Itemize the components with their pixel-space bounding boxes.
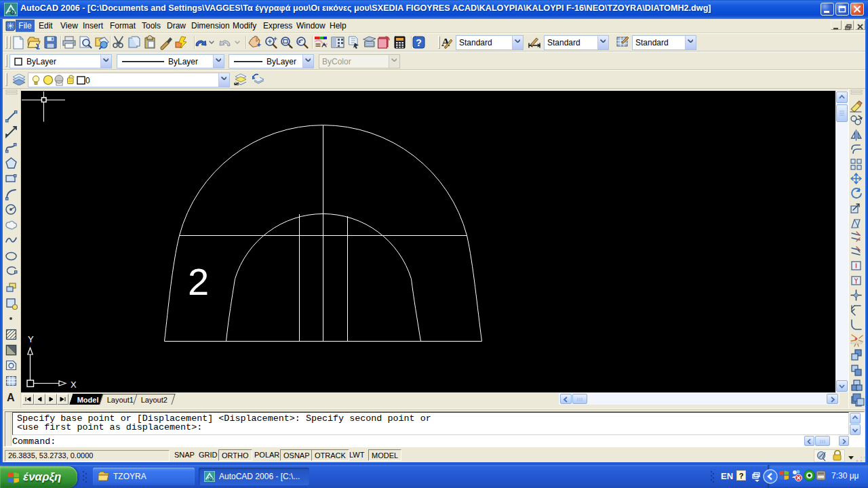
svg-text:?: ? — [416, 37, 422, 48]
svg-text:Y: Y — [28, 334, 34, 344]
svg-text:A: A — [7, 392, 15, 403]
svg-text:X: X — [71, 380, 77, 390]
svg-text:2: 2 — [188, 260, 209, 303]
